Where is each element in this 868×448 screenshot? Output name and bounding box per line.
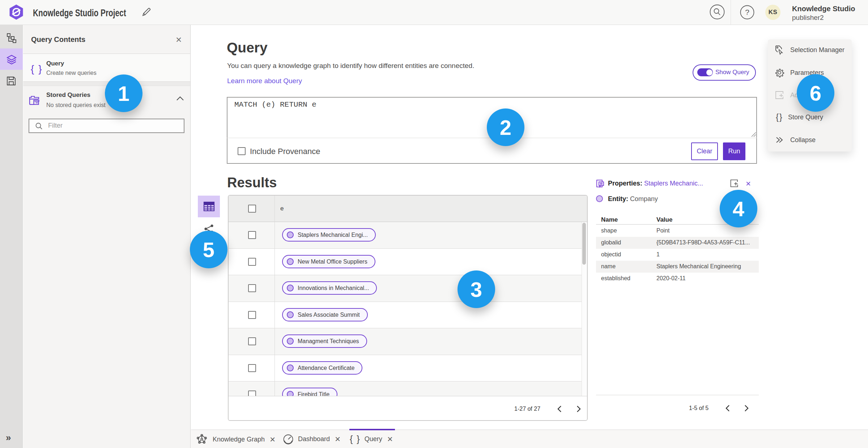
svg-text:?: ? xyxy=(745,8,749,16)
